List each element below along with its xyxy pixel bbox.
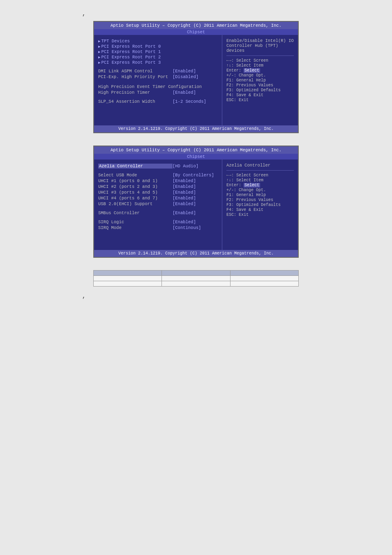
enter-select-label-1: Select [244, 68, 260, 73]
dmi-link-row: DMI Link ASPM Control [Enabled] [98, 69, 218, 74]
table-cell-1-3 [230, 276, 298, 281]
table-header-row [94, 271, 299, 276]
help-divider-1 [226, 56, 294, 56]
help-f1-1: F1: General Help [226, 78, 294, 83]
tpt-devices-item[interactable]: TPT Devices [98, 39, 218, 44]
pci-port1-item[interactable]: PCI Express Root Port 1 [98, 49, 218, 54]
hpet-section-title: High Precision Event Timer Configuration [98, 84, 218, 89]
bios-screen2-left: Azelia Controller [HD Audio] Select USB … [94, 160, 222, 250]
table-cell-1-1 [94, 276, 162, 281]
azelia-value: [HD Audio] [173, 164, 218, 169]
help-f4-2: F4: Save & Exit [226, 208, 294, 212]
table-header-col2 [162, 271, 230, 276]
table-row [94, 276, 299, 281]
pci-priority-label: PCI-Exp. High Priority Port [98, 74, 173, 79]
page-wrapper: , Aptio Setup Utility – Copyright (C) 20… [0, 0, 392, 555]
uhci1-row: UHCI #1 (ports 0 and 1) [Enabled] [98, 178, 218, 183]
azelia-label: Azelia Controller [98, 164, 173, 169]
table-cell-1-2 [162, 276, 230, 281]
uhci3-row: UHCI #3 (ports 4 and 5) [Enabled] [98, 190, 218, 195]
help-f3-1: F3: Optimized Defaults [226, 88, 294, 92]
azelia-row: Azelia Controller [HD Audio] [98, 164, 218, 169]
help-esc-2: ESC: Exit [226, 213, 294, 217]
uhci4-row: UHCI #4 (ports 6 and 7) [Enabled] [98, 196, 218, 201]
table-cell-2-2 [162, 281, 230, 287]
table-cell-2-3 [230, 281, 298, 287]
bios-screen2-subtitle: Chipset [94, 154, 298, 160]
usb20-label: USB 2.0(EHCI) Support [98, 201, 173, 206]
smbus-value: [Enabled] [173, 210, 218, 215]
pci-port3-label: PCI Express Root Port 3 [101, 60, 161, 65]
bios-screen2-title: Aptio Setup Utility – Copyright (C) 2011… [94, 146, 298, 154]
help-enter-2: Enter: Select [226, 183, 294, 187]
help-select-item-2: ↑↓: Select Item [226, 178, 294, 183]
uhci2-value: [Enabled] [173, 184, 218, 189]
help-f4-1: F4: Save & Exit [226, 93, 294, 97]
slp-s4-row: SLP_S4 Assertion Width [1-2 Seconds] [98, 99, 218, 104]
uhci2-row: UHCI #2 (ports 2 and 3) [Enabled] [98, 184, 218, 189]
help-select-item-1: ↑↓: Select Item [226, 63, 294, 68]
dmi-link-label: DMI Link ASPM Control [98, 69, 173, 74]
help-esc-1: ESC: Exit [226, 98, 294, 102]
smbus-row: SMBus Controller [Enabled] [98, 210, 218, 215]
select-usb-value: [By Controllers] [173, 173, 218, 178]
bios-screen1-left: TPT Devices PCI Express Root Port 0 PCI … [94, 35, 222, 125]
bios-screen1-help-text: Enable/Disable Intel(R) IO Controller Hu… [226, 38, 294, 53]
bios-screen-1: Aptio Setup Utility – Copyright (C) 2011… [93, 21, 299, 133]
help-f2-1: F2: Previous Values [226, 83, 294, 88]
bios-screen1-body: TPT Devices PCI Express Root Port 0 PCI … [94, 35, 298, 125]
sirq-mode-value: [Continous] [173, 225, 218, 230]
sirq-logic-label: SIRQ Logic [98, 220, 173, 224]
uhci1-label: UHCI #1 (ports 0 and 1) [98, 178, 173, 183]
table-cell-2-1 [94, 281, 162, 287]
slp-s4-value: [1-2 Seconds] [173, 99, 218, 104]
hpet-value: [Enabled] [173, 90, 218, 95]
uhci4-label: UHCI #4 (ports 6 and 7) [98, 196, 173, 201]
help-change-opt-1: +/-: Change Opt. [226, 73, 294, 78]
bios-screen-2: Aptio Setup Utility – Copyright (C) 2011… [93, 146, 299, 258]
dmi-link-value: [Enabled] [173, 69, 218, 74]
pci-port2-label: PCI Express Root Port 2 [101, 55, 161, 60]
help-f2-2: F2: Previous Values [226, 198, 294, 202]
sirq-logic-row: SIRQ Logic [Enabled] [98, 220, 218, 224]
pci-priority-value: [Disabled] [173, 74, 218, 79]
smbus-label: SMBus Controller [98, 210, 173, 215]
pci-port0-label: PCI Express Root Port 0 [101, 44, 161, 49]
bios-screen2-right-label: Azelia Controller [226, 163, 294, 168]
uhci1-value: [Enabled] [173, 178, 218, 183]
bios-screen1-right: Enable/Disable Intel(R) IO Controller Hu… [222, 35, 298, 125]
help-divider-2 [226, 170, 294, 171]
top-comma: , [8, 8, 384, 17]
bios-screen2-footer: Version 2.14.1219. Copyright (C) 2011 Am… [94, 250, 298, 257]
usb20-row: USB 2.0(EHCI) Support [Enabled] [98, 201, 218, 206]
help-select-screen-2: ←→: Select Screen [226, 173, 294, 178]
pci-port0-item[interactable]: PCI Express Root Port 0 [98, 44, 218, 49]
tpt-devices-label: TPT Devices [101, 39, 129, 44]
uhci4-value: [Enabled] [173, 196, 218, 201]
sirq-mode-row: SIRQ Mode [Continous] [98, 225, 218, 230]
pci-port3-item[interactable]: PCI Express Root Port 3 [98, 60, 218, 65]
sirq-logic-value: [Enabled] [173, 220, 218, 224]
usb20-value: [Enabled] [173, 201, 218, 206]
hpet-label: High Precision Timer [98, 90, 173, 95]
uhci2-label: UHCI #2 (ports 2 and 3) [98, 184, 173, 189]
table-header-col1 [94, 271, 162, 276]
help-f3-2: F3: Optimized Defaults [226, 203, 294, 207]
help-enter-1: Enter: Select [226, 68, 294, 73]
bios-screen1-title: Aptio Setup Utility – Copyright (C) 2011… [94, 22, 298, 29]
uhci3-label: UHCI #3 (ports 4 and 5) [98, 190, 173, 195]
bios-screen2-body: Azelia Controller [HD Audio] Select USB … [94, 160, 298, 250]
bottom-comma: , [8, 291, 384, 299]
slp-s4-label: SLP_S4 Assertion Width [98, 99, 173, 104]
bios-screen1-subtitle: Chipset [94, 29, 298, 35]
pci-port1-label: PCI Express Root Port 1 [101, 49, 161, 54]
pci-port2-item[interactable]: PCI Express Root Port 2 [98, 55, 218, 60]
enter-select-label-2: Select [244, 183, 260, 187]
uhci3-value: [Enabled] [173, 190, 218, 195]
bottom-table [93, 270, 299, 287]
help-change-opt-2: +/-: Change Opt. [226, 188, 294, 192]
pci-priority-row: PCI-Exp. High Priority Port [Disabled] [98, 74, 218, 79]
help-select-screen-1: ←→: Select Screen [226, 58, 294, 63]
help-f1-2: F1: General Help [226, 193, 294, 197]
select-usb-label: Select USB Mode [98, 173, 173, 178]
